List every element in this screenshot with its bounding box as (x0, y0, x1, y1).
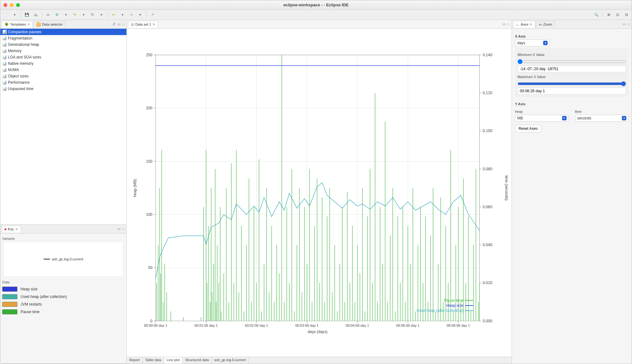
line-sample-icon (44, 259, 50, 259)
templates-tab[interactable]: 🌳 Templates ✕ (2, 21, 33, 28)
svg-text:00:00:00 day 1: 00:00:00 day 1 (144, 324, 167, 327)
maximize-view-icon[interactable]: □ (122, 227, 125, 231)
forward-icon[interactable]: ⇒ (128, 11, 135, 18)
titlebar: eclipse-workspace - - Eclipse IDE (0, 0, 632, 10)
app-window: eclipse-workspace - - Eclipse IDE 📄 ▾ 💾 … (0, 0, 632, 364)
templates-tree[interactable]: 📊Compaction pauses📊Fragmentation📊Generat… (0, 29, 126, 224)
axes-icon: ∟ (516, 22, 519, 26)
refresh-icon[interactable]: ↻ (89, 11, 96, 18)
template-item[interactable]: 📊Generational heap (0, 41, 126, 48)
min-x-slider[interactable] (518, 59, 626, 64)
min-x-input[interactable] (518, 65, 626, 72)
maximize-window-icon[interactable] (16, 3, 20, 7)
min-x-label: Minimum X Value (518, 53, 626, 57)
time-unit-select[interactable]: seconds▾ (575, 115, 629, 122)
template-item[interactable]: 📊Memory (0, 48, 126, 54)
bottom-tab[interactable]: solr_gc.log.0.current (212, 357, 249, 364)
minimize-view-icon[interactable]: ▭ (502, 22, 506, 26)
reset-axes-button[interactable]: Reset Axes (515, 125, 541, 132)
minimize-view-icon[interactable]: ▭ (117, 22, 120, 26)
template-item[interactable]: 📊Object sizes (0, 73, 126, 79)
time-label: time (575, 110, 629, 113)
chevron-down-icon: ▾ (622, 116, 626, 120)
svg-text:00:05:00 day 1: 00:05:00 day 1 (396, 324, 420, 327)
template-icon: 📊 (2, 61, 7, 66)
svg-text:0: 0 (150, 319, 152, 323)
bottom-tab[interactable]: Report (127, 357, 143, 364)
maximize-view-icon[interactable]: □ (122, 22, 125, 26)
minimize-view-icon[interactable]: ▭ (117, 227, 120, 231)
perspective3-icon[interactable]: ⊟ (623, 11, 630, 18)
editor-tab[interactable]: ▥ Data set 1 ✕ (128, 21, 158, 28)
dropdown-icon[interactable]: ▾ (119, 11, 126, 18)
zoom-icon: ▭ (539, 22, 542, 27)
dropdown-icon[interactable]: ▾ (137, 11, 144, 18)
export-icon[interactable]: ↗ (149, 11, 156, 18)
template-item[interactable]: 📊Fragmentation (0, 35, 126, 41)
document-icon: ▥ (131, 22, 134, 27)
template-item[interactable]: 📊Compaction pauses (0, 29, 126, 35)
dropdown-icon[interactable]: ▾ (98, 11, 105, 18)
heap-unit-select[interactable]: MB▾ (515, 115, 569, 122)
close-icon[interactable]: ✕ (530, 22, 532, 27)
bottom-tab[interactable]: Line plot (164, 357, 183, 364)
template-item[interactable]: 📊Performance (0, 79, 126, 86)
svg-text:days (days): days (days) (308, 330, 328, 334)
key-tab[interactable]: ■ Key ✕ (2, 226, 21, 233)
dropdown-icon[interactable]: ▾ (11, 11, 18, 18)
close-icon[interactable]: ✕ (15, 227, 18, 231)
bottom-tabs: ReportTable dataLine plotStructured data… (127, 357, 512, 364)
maximize-view-icon[interactable]: □ (628, 22, 630, 26)
svg-text:Pause time: Pause time (444, 298, 463, 303)
template-item[interactable]: 📊LOA and SOA sizes (0, 54, 126, 60)
variant-name: solr_gc.log.0.current (52, 257, 83, 261)
svg-text:0.000: 0.000 (483, 319, 493, 323)
max-x-slider[interactable] (518, 81, 626, 86)
zoom-tab[interactable]: ▭ Zoom (536, 21, 555, 28)
maximize-view-icon[interactable]: □ (507, 22, 510, 26)
perspective-icon[interactable]: ⊞ (605, 11, 612, 18)
axes-tab[interactable]: ∟ Axes ✕ (513, 21, 535, 28)
save-icon[interactable]: 💾 (23, 11, 30, 18)
max-x-input[interactable] (518, 88, 626, 94)
search-icon[interactable]: 🔍 (593, 11, 600, 18)
close-icon[interactable]: ✕ (27, 22, 30, 27)
key-icon: ■ (4, 227, 7, 231)
chevron-down-icon: ▾ (543, 41, 548, 45)
link-icon[interactable]: ⇵ (113, 22, 115, 26)
save-all-icon[interactable]: 🗂 (32, 11, 39, 18)
new-icon[interactable]: 📄 (2, 11, 9, 18)
chart-area: 0501001502002500.0000.0200.0400.0600.080… (127, 29, 512, 357)
legend-row[interactable]: JVM restarts (2, 300, 125, 308)
x-unit-select[interactable]: days▾ (515, 39, 550, 46)
variant-box: solr_gc.log.0.current (3, 242, 123, 276)
close-icon[interactable]: ✕ (152, 22, 155, 27)
bottom-tab[interactable]: Structured data (182, 357, 212, 364)
main-toolbar: 📄 ▾ 💾 🗂 ▭ ⚙ ▾ ✎ ▾ ↻ ▾ ⇐ ▾ ⇒ ▾ ↗ 🔍 ⊞ ⊡ ⊟ (0, 10, 632, 20)
template-item[interactable]: 📊Native memory (0, 60, 126, 67)
wand-icon[interactable]: ✎ (71, 11, 78, 18)
minimize-view-icon[interactable]: ▭ (623, 22, 626, 26)
legend-row[interactable]: Used heap (after collection) (2, 293, 125, 300)
minimize-window-icon[interactable] (10, 3, 14, 7)
dropdown-icon[interactable]: ▾ (80, 11, 87, 18)
dropdown-icon[interactable]: ▾ (62, 11, 69, 18)
svg-text:00:02:00 day 1: 00:02:00 day 1 (245, 324, 268, 327)
template-item[interactable]: 📊Unpaused time (0, 86, 126, 92)
back-icon[interactable]: ⇐ (110, 11, 117, 18)
svg-text:50: 50 (148, 265, 153, 270)
close-window-icon[interactable] (3, 3, 7, 7)
legend-row[interactable]: Pause time (2, 308, 125, 316)
perspective2-icon[interactable]: ⊡ (614, 11, 621, 18)
bottom-tab[interactable]: Table data (143, 357, 164, 364)
run-icon[interactable]: ⚙ (53, 11, 60, 18)
template-item[interactable]: 📊NUMA (0, 67, 126, 73)
max-x-label: Maximum X Value (518, 75, 626, 79)
data-selector-tab[interactable]: 🔀 Data selector (34, 21, 65, 28)
svg-text:0.100: 0.100 (483, 129, 493, 133)
template-icon: 📊 (2, 74, 7, 78)
legend-row[interactable]: Heap size (2, 285, 125, 293)
template-icon: 📊 (2, 36, 7, 40)
selector-icon: 🔀 (36, 22, 41, 27)
toggle-icon[interactable]: ▭ (45, 11, 52, 18)
